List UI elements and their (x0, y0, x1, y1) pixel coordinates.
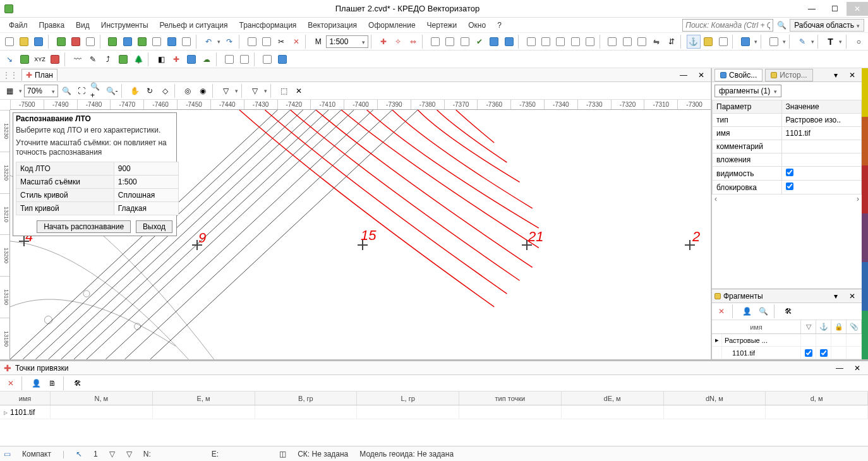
plan-minimize-icon[interactable]: — (677, 68, 690, 82)
tb-icon-29[interactable] (539, 35, 552, 49)
tb2-12[interactable] (184, 52, 198, 66)
filter2-icon[interactable]: ▽ (219, 84, 232, 98)
select-rect-icon[interactable] (428, 35, 442, 49)
status-filter-icon[interactable]: ▽ (109, 450, 115, 458)
gh-d[interactable]: d, м (766, 392, 868, 405)
frag-drop-icon[interactable]: ▾ (829, 289, 843, 303)
copy-icon[interactable] (245, 35, 258, 49)
tb-icon-11[interactable] (150, 35, 164, 49)
tb-icon-24[interactable] (458, 35, 471, 49)
undo-icon[interactable]: ↶ (202, 35, 215, 49)
paste-icon[interactable] (260, 35, 273, 49)
prop-v3[interactable] (781, 153, 862, 167)
dock-tab-label[interactable]: Точки привязки (15, 364, 68, 373)
frag-check-1[interactable] (805, 349, 812, 357)
frag-group-row[interactable]: ▸ Растровые ... (712, 334, 862, 347)
side-tab-5[interactable] (862, 262, 868, 311)
frag-hdr-clip-icon[interactable]: 📎 (847, 320, 862, 333)
recog-v1[interactable]: 1:500 (114, 175, 178, 188)
fragments-combo[interactable]: фрагменты (1) (714, 85, 781, 97)
tb-icon-38[interactable] (702, 35, 715, 49)
dock-del-icon[interactable]: ✕ (4, 376, 18, 390)
menu-vector[interactable]: Векторизация (303, 20, 362, 31)
tb-icon-9[interactable] (121, 35, 134, 49)
status-proj-icon[interactable]: ◫ (279, 450, 286, 458)
dock-doc-icon[interactable]: 🗎 (45, 376, 59, 390)
tb2-17[interactable] (275, 52, 289, 66)
delete-icon[interactable]: ✕ (289, 35, 303, 49)
right-drop-icon[interactable]: ▾ (829, 68, 843, 82)
target-icon[interactable]: ✚ (377, 35, 390, 49)
import-icon[interactable] (54, 35, 68, 49)
cloud-icon[interactable]: ☁ (200, 52, 214, 66)
side-tab-2[interactable] (862, 117, 868, 165)
side-tab-6[interactable] (862, 311, 868, 359)
close-button[interactable]: ✕ (847, 2, 868, 16)
tb-icon-21[interactable]: ⇔ (406, 35, 419, 49)
tb2-7[interactable]: ⤴ (101, 52, 115, 66)
menu-window[interactable]: Окно (463, 20, 491, 31)
tb-icon-12[interactable] (165, 35, 178, 49)
tb-icon-32[interactable] (583, 35, 596, 49)
filter2-drop[interactable] (234, 88, 239, 94)
tb2-3[interactable]: XYZ (33, 52, 47, 66)
tb-icon-26[interactable] (488, 35, 501, 49)
side-tab-4[interactable] (862, 213, 868, 262)
filter3-drop[interactable] (263, 88, 268, 94)
text-icon[interactable]: T (824, 35, 837, 49)
frag-hdr-lock-icon[interactable]: 🔒 (831, 320, 847, 333)
zoom-fit-icon[interactable]: ⛶ (75, 84, 88, 98)
compact-icon[interactable]: ▭ (4, 450, 11, 458)
tb-icon-34[interactable] (620, 35, 634, 49)
frag-close-icon[interactable]: ✕ (845, 289, 859, 303)
dock-min-icon[interactable]: — (833, 361, 847, 375)
tb-icon-39[interactable] (716, 35, 730, 49)
tb2-2[interactable] (18, 52, 32, 66)
filter3-icon[interactable]: ▽ (248, 84, 262, 98)
menu-relief[interactable]: Рельеф и ситуация (155, 20, 233, 31)
gh-type[interactable]: тип точки (459, 392, 562, 405)
frag-zoom-icon[interactable]: 🔍 (756, 304, 770, 318)
tb2-6[interactable]: ✎ (86, 52, 100, 66)
recog-v0[interactable]: 900 (114, 162, 178, 175)
side-color-tabs[interactable] (862, 68, 868, 359)
gh-dN[interactable]: dN, м (664, 392, 766, 405)
dock-tool-icon[interactable]: 🛠 (71, 376, 85, 390)
tb2-14[interactable] (222, 52, 236, 66)
menu-help[interactable]: ? (492, 20, 507, 31)
tb2-5[interactable]: 〰 (71, 52, 85, 66)
tb-icon-28[interactable] (524, 35, 538, 49)
recog-v2[interactable]: Сплошная (114, 188, 178, 201)
menu-tools[interactable]: Инструменты (96, 20, 154, 31)
plan-tab[interactable]: ✚План (21, 69, 57, 81)
prop-v1[interactable]: 1101.tif (781, 127, 862, 140)
pt5-icon[interactable]: ◉ (196, 84, 210, 98)
side-tab-1[interactable] (862, 68, 868, 117)
zoom-out-icon[interactable]: 🔍- (105, 84, 119, 98)
frag-hdr-name[interactable]: имя (712, 320, 801, 333)
anchor-icon[interactable]: ⚓ (687, 35, 700, 49)
text-dropdown[interactable] (838, 39, 843, 45)
prop-v0[interactable]: Растровое изо.. (781, 114, 862, 127)
menu-transform[interactable]: Трансформация (234, 20, 301, 31)
tab-properties[interactable]: Свойс... (714, 69, 763, 81)
minimize-button[interactable]: — (801, 2, 823, 16)
pencil-icon[interactable]: ✎ (795, 35, 809, 49)
frag-hdr-filter-icon[interactable]: ▽ (801, 320, 816, 333)
recog-start-button[interactable]: Начать распознавание (37, 220, 131, 233)
menu-drawings[interactable]: Чертежи (422, 20, 462, 31)
frag-tool-icon[interactable]: 🛠 (781, 304, 795, 318)
tb2-4[interactable] (48, 52, 62, 66)
gh-B[interactable]: B, гр (255, 392, 358, 405)
menu-decor[interactable]: Оформление (363, 20, 420, 31)
tb-drop-40[interactable] (753, 39, 758, 45)
recog-exit-button[interactable]: Выход (136, 220, 172, 233)
right-close-icon[interactable]: ✕ (845, 68, 859, 82)
dock-find-icon[interactable]: 👤 (29, 376, 43, 390)
status-compact[interactable]: Компакт (22, 450, 51, 458)
print-icon[interactable] (767, 35, 780, 49)
tb2-1[interactable]: ↘ (3, 52, 16, 66)
new-file-icon[interactable] (3, 35, 16, 49)
frag-item-row[interactable]: 1101.tif (712, 347, 862, 359)
plan-canvas[interactable]: Распознавание ЛТО Выберите код ЛТО и его… (10, 110, 711, 359)
